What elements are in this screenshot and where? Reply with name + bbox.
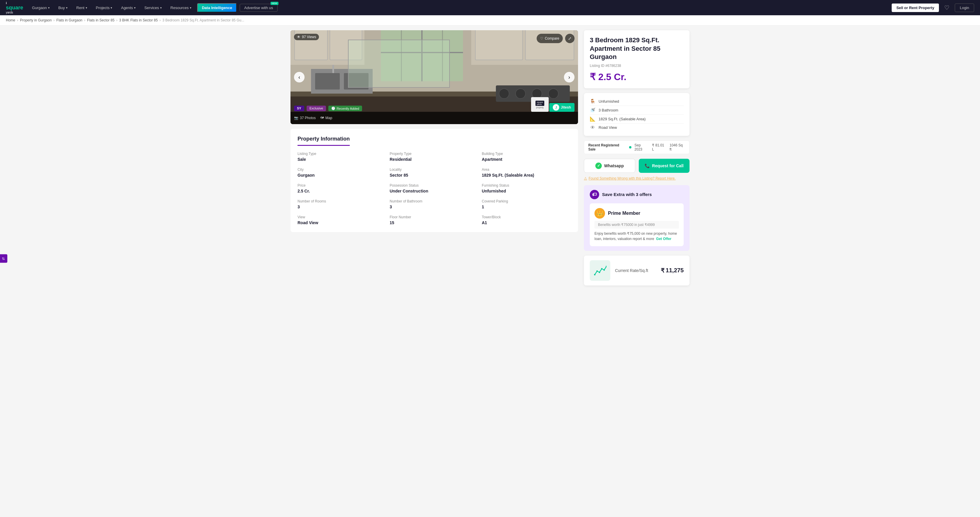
login-button[interactable]: Login <box>955 3 974 12</box>
city-label: City <box>298 167 387 172</box>
nav-buy[interactable]: Buy ▾ <box>56 6 70 10</box>
chevron-down-icon: ▾ <box>160 6 162 10</box>
nav-location[interactable]: Gurgaon ▾ <box>29 6 52 10</box>
photos-link[interactable]: 📷 37 Photos <box>294 116 316 120</box>
recently-added-tag: 🕐 Recently Added <box>328 106 362 111</box>
current-rate-value: ₹ 11,275 <box>661 267 684 274</box>
svg-point-24 <box>597 270 598 272</box>
map-link[interactable]: 🗺 Map <box>320 116 332 120</box>
eye-icon: 👁 <box>297 35 301 39</box>
floor-label: Floor Number <box>390 215 479 219</box>
prime-header: 👑 Prime Member <box>595 208 679 219</box>
share-icon: ⤢ <box>568 36 571 41</box>
breadcrumb-current: 3 Bedroom 1829 Sq.Ft. Apartment in Secto… <box>162 18 244 22</box>
rupee-sign: ₹ <box>661 267 665 274</box>
breadcrumb: Home › Property in Gurgaon › Flats in Gu… <box>0 15 980 25</box>
nav-projects[interactable]: Projects ▾ <box>93 6 115 10</box>
wishlist-icon[interactable]: ♡ <box>942 4 952 11</box>
svg-rect-19 <box>330 30 362 60</box>
bathrooms-label: Number of Bathroom <box>390 199 479 203</box>
tower-item: Tower/Block A1 <box>482 215 571 225</box>
svg-point-23 <box>594 274 596 275</box>
parking-value: 1 <box>482 205 571 209</box>
view-icon: 👁 <box>590 125 596 130</box>
breadcrumb-flats[interactable]: Flats in Gurgaon <box>56 18 83 22</box>
chevron-down-icon: ▾ <box>190 6 191 10</box>
property-tags: SY Exclusive 🕐 Recently Added <box>294 106 362 111</box>
current-rate-card: Current Rate/Sq.ft ₹ 11,275 <box>584 256 689 285</box>
floor-item: Floor Number 15 <box>390 215 479 225</box>
request-call-button[interactable]: 📞 Request for Call <box>639 159 689 173</box>
breadcrumb-home[interactable]: Home <box>6 18 15 22</box>
phone-icon: 📞 <box>644 164 650 168</box>
right-column: 3 Bedroom 1829 Sq.Ft. Apartment in Secto… <box>584 30 689 285</box>
view-item: View Road View <box>298 215 387 225</box>
breadcrumb-city[interactable]: Property in Gurgaon <box>20 18 52 22</box>
nav-services[interactable]: Services ▾ <box>142 6 165 10</box>
share-button[interactable]: ⤢ <box>565 34 574 43</box>
nav-agents[interactable]: Agents ▾ <box>118 6 138 10</box>
camera-icon: 📷 <box>294 116 298 120</box>
chart-svg <box>593 264 606 277</box>
whatsapp-button[interactable]: ✓ Whatsapp <box>584 159 635 173</box>
chevron-down-icon: ▾ <box>111 6 112 10</box>
parking-label: Covered Parking <box>482 199 571 203</box>
area-label: Area <box>482 167 571 172</box>
prime-member-card: 👑 Prime Member Benefits worth ₹75000 in … <box>590 203 684 246</box>
breadcrumb-3bhk[interactable]: 3 BHK Flats in Sector 85 <box>119 18 158 22</box>
save-extra-card: 🏷 Save Extra with 3 offers 👑 Prime Membe… <box>584 185 689 251</box>
property-info-section: Property Information Listing Type Sale P… <box>291 129 578 232</box>
rooms-label: Number of Rooms <box>298 199 387 203</box>
report-link[interactable]: ⚠ Found Something Wrong with this Listin… <box>584 177 689 180</box>
gallery-next-button[interactable]: › <box>564 72 574 83</box>
logo[interactable]: i square yards <box>6 1 23 14</box>
svg-rect-11 <box>332 65 334 73</box>
whatsapp-icon: ✓ <box>595 162 602 169</box>
area-item: Area 1829 Sq.Ft. (Saleable Area) <box>482 167 571 178</box>
area-fact: 1829 Sq.Ft. (Saleable Area) <box>598 117 646 121</box>
green-dot <box>629 146 632 148</box>
logo-text: i <box>6 1 23 5</box>
property-type-item: Property Type Residential <box>390 152 479 162</box>
nav-resources[interactable]: Resources ▾ <box>167 6 194 10</box>
floor-value: 15 <box>390 220 479 225</box>
nav-rent[interactable]: Rent ▾ <box>73 6 90 10</box>
svg-point-27 <box>603 269 605 270</box>
view-value: Road View <box>298 220 387 225</box>
sy-tag: SY <box>294 106 304 111</box>
bathrooms-value: 3 <box>390 205 479 209</box>
svg-rect-9 <box>315 73 340 89</box>
furnishing-icon: 🪑 <box>590 99 596 104</box>
save-extra-title: 🏷 Save Extra with 3 offers <box>590 190 684 199</box>
prime-sub: Benefits worth ₹75000 in just ₹4999 <box>595 221 679 229</box>
left-column: 👁 97 Views ♡ Compare ⤢ SY Exclusive 🕐 <box>291 30 578 232</box>
svg-point-13 <box>499 89 509 99</box>
recent-sale-label: Recent Registered Sale <box>588 143 626 151</box>
locality-value: Sector 85 <box>390 173 479 178</box>
advertise-button[interactable]: Advertise with us NEW <box>240 4 277 12</box>
svg-point-14 <box>515 89 525 99</box>
owner-avatar: J <box>553 104 559 111</box>
property-info-title: Property Information <box>298 136 350 146</box>
quick-fact-bathroom: 🚿 3 Bathroom <box>590 106 684 115</box>
get-offer-link[interactable]: Get Offer <box>656 237 671 241</box>
breadcrumb-sep: › <box>84 18 85 22</box>
data-intelligence-button[interactable]: Data Intelligence <box>197 3 237 12</box>
possession-item: Possession Status Under Construction <box>390 183 479 193</box>
svg-point-25 <box>599 271 600 273</box>
furnishing-item: Furnishing Status Unfurnished <box>482 183 571 193</box>
compare-button[interactable]: ♡ Compare <box>537 34 563 43</box>
title-card: 3 Bedroom 1829 Sq.Ft. Apartment in Secto… <box>584 30 689 88</box>
locality-label: Locality <box>390 167 479 172</box>
recent-sale-bar: Recent Registered Sale Sep 2023 ₹ 81.01 … <box>584 140 689 154</box>
sell-rent-button[interactable]: Sell or Rent Property <box>892 3 939 12</box>
logo-square: square <box>6 5 23 11</box>
gallery-prev-button[interactable]: ‹ <box>294 72 305 83</box>
area-icon: 📐 <box>590 116 596 122</box>
gallery-bottom-bar: 📷 37 Photos 🗺 Map <box>291 112 578 124</box>
side-scroll-hint[interactable]: ⇄ <box>0 255 7 263</box>
breadcrumb-sector[interactable]: Flats in Sector 85 <box>87 18 115 22</box>
city-value: Gurgaon <box>298 173 387 178</box>
listing-id: Listing ID #6786238 <box>590 64 684 68</box>
price-item: Price 2.5 Cr. <box>298 183 387 193</box>
